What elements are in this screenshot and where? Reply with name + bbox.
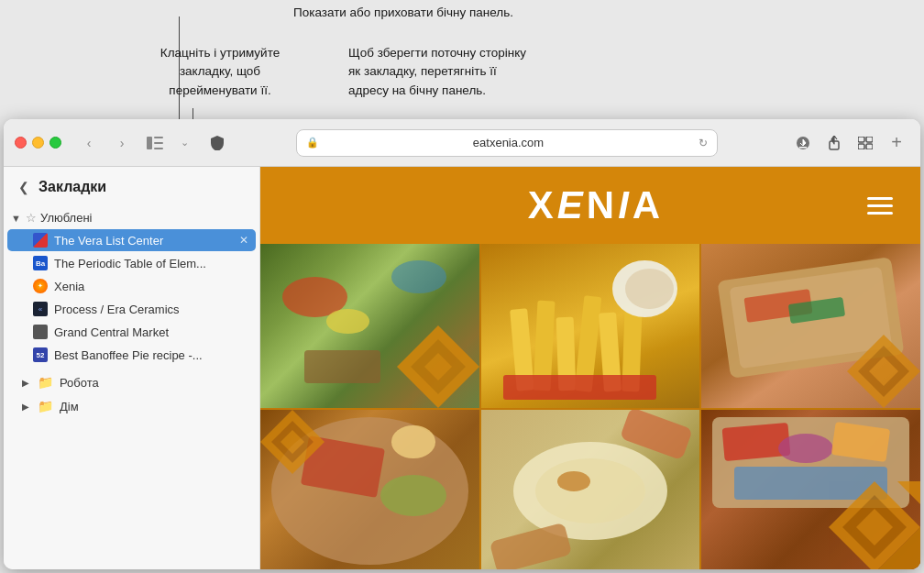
svg-rect-9 bbox=[866, 137, 873, 142]
annotation-line-1 bbox=[179, 17, 180, 119]
favorites-arrow-icon: ▼ bbox=[11, 213, 22, 224]
minimize-button[interactable] bbox=[32, 137, 44, 149]
menu-line-2 bbox=[867, 204, 893, 207]
sidebar-title: Закладки bbox=[38, 179, 106, 195]
sidebar-toggle-button[interactable] bbox=[142, 133, 168, 153]
reload-icon[interactable]: ↻ bbox=[698, 137, 708, 149]
svg-rect-11 bbox=[866, 144, 873, 149]
svg-rect-6 bbox=[799, 147, 807, 149]
folder-label-work: Робота bbox=[60, 376, 99, 390]
favicon-market bbox=[33, 325, 48, 339]
svg-rect-2 bbox=[154, 142, 163, 144]
sidebar: ❮ Закладки ▼ ☆ Улюблені The Vera List Ce… bbox=[4, 167, 260, 569]
download-icon bbox=[797, 136, 809, 150]
favicon-xenia: ✦ bbox=[33, 279, 48, 293]
forward-button[interactable]: › bbox=[109, 133, 135, 153]
bookmark-label-process: Process / Era Ceramics bbox=[54, 303, 248, 316]
folder-arrow-work: ▶ bbox=[22, 378, 31, 388]
xenia-logo: XENiA bbox=[528, 183, 664, 227]
diamond-pattern-br bbox=[397, 325, 479, 408]
web-content: XENiA bbox=[260, 167, 920, 569]
menu-line-1 bbox=[867, 197, 893, 200]
folder-label-home: Дім bbox=[60, 400, 79, 413]
favorites-section: ▼ ☆ Улюблені The Vera List Center ✕ Ba bbox=[4, 204, 259, 370]
sidebar-back-button[interactable]: ❮ bbox=[15, 178, 33, 196]
favicon-vera bbox=[33, 233, 48, 248]
tabs-icon bbox=[858, 137, 873, 149]
favicon-process: « bbox=[33, 302, 48, 316]
food-cell-wrap bbox=[701, 244, 920, 408]
browser-window: ‹ › ⌄ 🔒 eatxenia.com ↻ bbox=[4, 119, 920, 569]
food-grid bbox=[260, 244, 920, 569]
bookmark-label-vera: The Vera List Center bbox=[54, 234, 233, 248]
shield-icon bbox=[211, 136, 224, 150]
annotation-line-2 bbox=[192, 108, 193, 119]
bookmark-item-process[interactable]: « Process / Era Ceramics bbox=[7, 298, 256, 320]
bookmark-label-xenia: Xenia bbox=[54, 280, 248, 293]
bookmark-item-recipe[interactable]: 52 Best Banoffee Pie recipe -... bbox=[7, 344, 256, 366]
annotation-bookmark-drag: Щоб зберегти поточну сторінкуяк закладку… bbox=[348, 44, 632, 100]
folder-arrow-home: ▶ bbox=[22, 402, 31, 412]
annotation-bookmark-rename: Клацніть і утримуйтезакладку, щобперейме… bbox=[128, 44, 312, 100]
food-cell-mixed bbox=[260, 410, 479, 570]
tabs-button[interactable] bbox=[852, 133, 878, 153]
svg-marker-24 bbox=[897, 481, 920, 504]
bookmark-label-recipe: Best Banoffee Pie recipe -... bbox=[54, 348, 248, 362]
back-button[interactable]: ‹ bbox=[76, 133, 102, 153]
svg-rect-3 bbox=[154, 148, 163, 149]
title-bar: ‹ › ⌄ 🔒 eatxenia.com ↻ bbox=[4, 119, 920, 167]
food-cell-fries bbox=[481, 244, 700, 408]
annotation-dot bbox=[179, 17, 180, 17]
favorites-star-icon: ☆ bbox=[26, 211, 37, 225]
food-cell-colorful bbox=[701, 410, 920, 570]
bookmark-item-vera[interactable]: The Vera List Center ✕ bbox=[7, 229, 256, 251]
diamond-pattern-tl bbox=[260, 410, 324, 474]
favorites-label: Улюблені bbox=[40, 211, 92, 225]
folder-icon-home: 📁 bbox=[38, 399, 53, 413]
sidebar-chevron-button[interactable]: ⌄ bbox=[175, 133, 193, 153]
folder-icon-work: 📁 bbox=[38, 375, 53, 390]
lock-icon: 🔒 bbox=[306, 137, 319, 149]
share-button[interactable] bbox=[821, 133, 847, 153]
svg-rect-1 bbox=[154, 137, 163, 138]
address-text: eatxenia.com bbox=[324, 136, 693, 149]
favicon-periodic: Ba bbox=[33, 256, 48, 270]
browser-body: ❮ Закладки ▼ ☆ Улюблені The Vera List Ce… bbox=[4, 167, 920, 569]
food-cell-dip bbox=[481, 410, 700, 570]
xenia-header: XENiA bbox=[260, 167, 920, 244]
new-tab-button[interactable]: + bbox=[884, 133, 909, 153]
annotation-sidebar-toggle: Показати або приховати бічну панель. bbox=[257, 4, 550, 22]
diamond-pattern-wrap bbox=[847, 335, 920, 408]
menu-line-3 bbox=[867, 212, 893, 215]
toolbar-right: + bbox=[790, 133, 909, 153]
fullscreen-button[interactable] bbox=[50, 137, 61, 149]
privacy-icon-button[interactable] bbox=[204, 133, 230, 153]
traffic-lights bbox=[15, 137, 61, 149]
bookmark-label-market: Grand Central Market bbox=[54, 325, 248, 339]
svg-rect-0 bbox=[147, 137, 152, 149]
food-cell-salad bbox=[260, 244, 479, 408]
svg-rect-8 bbox=[858, 137, 864, 142]
favicon-recipe: 52 bbox=[33, 347, 48, 362]
download-button[interactable] bbox=[790, 133, 816, 153]
sidebar-toggle-icon bbox=[147, 137, 163, 149]
address-bar[interactable]: 🔒 eatxenia.com ↻ bbox=[296, 129, 718, 157]
bookmark-label-periodic: The Periodic Table of Elem... bbox=[54, 257, 248, 270]
close-button[interactable] bbox=[15, 137, 27, 149]
bookmark-item-periodic[interactable]: Ba The Periodic Table of Elem... bbox=[7, 252, 256, 274]
folder-item-home[interactable]: ▶ 📁 Дім bbox=[7, 395, 256, 417]
diamond-pattern-br2 bbox=[829, 481, 920, 569]
bookmark-item-xenia[interactable]: ✦ Xenia bbox=[7, 275, 256, 297]
svg-rect-10 bbox=[858, 144, 864, 149]
bookmark-item-market[interactable]: Grand Central Market bbox=[7, 321, 256, 343]
xenia-menu-button[interactable] bbox=[867, 197, 893, 215]
favorites-header[interactable]: ▼ ☆ Улюблені bbox=[4, 207, 259, 228]
bookmark-close-vera[interactable]: ✕ bbox=[239, 234, 248, 247]
share-icon bbox=[828, 136, 841, 150]
folder-item-work[interactable]: ▶ 📁 Робота bbox=[7, 371, 256, 393]
sidebar-header: ❮ Закладки bbox=[4, 167, 259, 204]
